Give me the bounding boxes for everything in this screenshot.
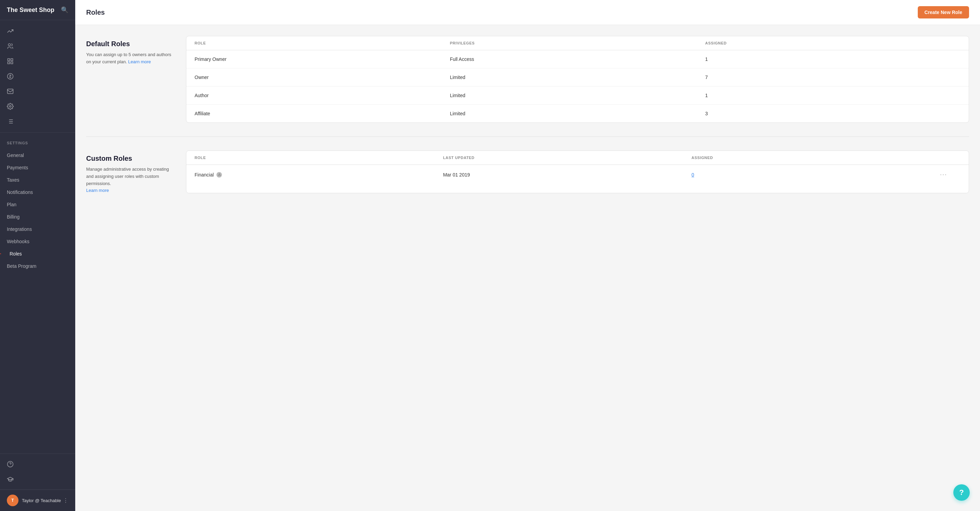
help-button[interactable]: ? bbox=[953, 484, 970, 501]
svg-rect-2 bbox=[11, 59, 13, 61]
sidebar-footer: T Taylor @ Teachable ⋮ bbox=[0, 489, 75, 511]
col-role-custom: ROLE bbox=[194, 156, 443, 160]
custom-roles-learn-more[interactable]: Learn more bbox=[86, 188, 109, 193]
custom-roles-table: ROLE LAST UPDATED ASSIGNED Financial ⚠ M… bbox=[186, 151, 969, 193]
svg-point-7 bbox=[10, 106, 11, 107]
sidebar-item-roles[interactable]: Roles bbox=[0, 248, 75, 260]
main-content: Default Roles You can assign up to 5 own… bbox=[75, 25, 980, 511]
role-assigned-author: 1 bbox=[705, 93, 961, 98]
role-last-updated-financial: Mar 01 2019 bbox=[443, 172, 692, 178]
sidebar: The Sweet Shop 🔍 SETTINGS General Paymen… bbox=[0, 0, 75, 511]
role-assigned-affiliate: 3 bbox=[705, 111, 961, 116]
sidebar-item-billing[interactable]: Billing bbox=[0, 211, 75, 223]
sidebar-icon-library[interactable] bbox=[0, 114, 75, 129]
sidebar-item-webhooks[interactable]: Webhooks bbox=[0, 235, 75, 248]
main-content-area: Roles Create New Role Default Roles You … bbox=[75, 0, 980, 511]
col-role: ROLE bbox=[194, 41, 450, 45]
table-row: Affiliate Limited 3 bbox=[186, 105, 969, 123]
role-name-affiliate: Affiliate bbox=[194, 111, 450, 116]
sidebar-icon-section bbox=[0, 20, 75, 133]
sidebar-item-beta-program[interactable]: Beta Program bbox=[0, 260, 75, 272]
table-row: Primary Owner Full Access 1 bbox=[186, 50, 969, 68]
sidebar-item-taxes[interactable]: Taxes bbox=[0, 174, 75, 186]
default-roles-learn-more[interactable]: Learn more bbox=[128, 59, 151, 64]
svg-point-0 bbox=[8, 44, 11, 46]
default-roles-heading: Default Roles bbox=[86, 40, 175, 48]
default-roles-table: ROLE PRIVILEGES ASSIGNED Primary Owner F… bbox=[186, 36, 969, 123]
search-icon[interactable]: 🔍 bbox=[61, 6, 68, 14]
role-name-primary-owner: Primary Owner bbox=[194, 56, 450, 62]
svg-rect-3 bbox=[11, 62, 13, 64]
role-assigned-owner: 7 bbox=[705, 75, 961, 80]
default-roles-info: Default Roles You can assign up to 5 own… bbox=[86, 36, 175, 123]
svg-rect-1 bbox=[8, 59, 10, 61]
sidebar-nav: SETTINGS General Payments Taxes Notifica… bbox=[0, 133, 75, 454]
main-header: Roles Create New Role bbox=[75, 0, 980, 25]
custom-roles-section: Custom Roles Manage administrative acces… bbox=[86, 151, 969, 193]
custom-roles-info: Custom Roles Manage administrative acces… bbox=[86, 151, 175, 193]
sidebar-item-integrations[interactable]: Integrations bbox=[0, 223, 75, 235]
svg-marker-14 bbox=[0, 250, 2, 258]
role-assigned-financial: 0 bbox=[691, 172, 940, 178]
custom-roles-table-header: ROLE LAST UPDATED ASSIGNED bbox=[186, 151, 969, 165]
section-divider bbox=[86, 137, 969, 137]
role-assigned-primary-owner: 1 bbox=[705, 56, 961, 62]
custom-roles-heading: Custom Roles bbox=[86, 154, 175, 162]
role-actions-menu[interactable]: ··· bbox=[940, 171, 961, 178]
user-menu-icon[interactable]: ⋮ bbox=[63, 497, 68, 504]
col-assigned-custom: ASSIGNED bbox=[691, 156, 940, 160]
role-badge-icon: ⚠ bbox=[216, 172, 222, 178]
sidebar-icon-help[interactable] bbox=[0, 457, 75, 472]
col-privileges: PRIVILEGES bbox=[450, 41, 705, 45]
role-privileges-primary-owner: Full Access bbox=[450, 56, 705, 62]
sidebar-item-notifications[interactable]: Notifications bbox=[0, 186, 75, 198]
col-last-updated: LAST UPDATED bbox=[443, 156, 692, 160]
create-new-role-button[interactable]: Create New Role bbox=[918, 6, 969, 19]
sidebar-item-payments[interactable]: Payments bbox=[0, 161, 75, 174]
sidebar-icon-trend[interactable] bbox=[0, 24, 75, 39]
role-name-author: Author bbox=[194, 93, 450, 98]
custom-roles-description: Manage administrative access by creating… bbox=[86, 166, 175, 187]
role-name-financial: Financial ⚠ bbox=[194, 172, 443, 178]
svg-rect-6 bbox=[8, 89, 13, 93]
sidebar-item-general[interactable]: General bbox=[0, 149, 75, 161]
table-row: Owner Limited 7 bbox=[186, 68, 969, 86]
sidebar-section-label: SETTINGS bbox=[0, 138, 75, 149]
col-assigned: ASSIGNED bbox=[705, 41, 961, 45]
default-roles-description: You can assign up to 5 owners and author… bbox=[86, 51, 175, 66]
page-title: Roles bbox=[86, 8, 105, 16]
role-privileges-author: Limited bbox=[450, 93, 705, 98]
col-actions bbox=[940, 156, 961, 160]
sidebar-logo: The Sweet Shop 🔍 bbox=[0, 0, 75, 20]
sidebar-icon-email[interactable] bbox=[0, 84, 75, 99]
default-roles-table-header: ROLE PRIVILEGES ASSIGNED bbox=[186, 36, 969, 50]
role-name-owner: Owner bbox=[194, 75, 450, 80]
app-name: The Sweet Shop bbox=[7, 6, 54, 14]
svg-rect-4 bbox=[8, 62, 10, 64]
sidebar-item-plan[interactable]: Plan bbox=[0, 198, 75, 211]
sidebar-icon-settings[interactable] bbox=[0, 99, 75, 114]
role-privileges-owner: Limited bbox=[450, 75, 705, 80]
sidebar-icon-dashboard[interactable] bbox=[0, 54, 75, 69]
sidebar-icon-users[interactable] bbox=[0, 39, 75, 54]
table-row: Financial ⚠ Mar 01 2019 0 ··· bbox=[186, 165, 969, 185]
role-privileges-affiliate: Limited bbox=[450, 111, 705, 116]
sidebar-icon-money[interactable] bbox=[0, 69, 75, 84]
sidebar-icon-graduation[interactable] bbox=[0, 472, 75, 487]
sidebar-user: T Taylor @ Teachable bbox=[7, 495, 61, 506]
default-roles-section: Default Roles You can assign up to 5 own… bbox=[86, 36, 969, 123]
table-row: Author Limited 1 bbox=[186, 86, 969, 105]
avatar: T bbox=[7, 495, 19, 506]
user-name: Taylor @ Teachable bbox=[22, 498, 61, 503]
